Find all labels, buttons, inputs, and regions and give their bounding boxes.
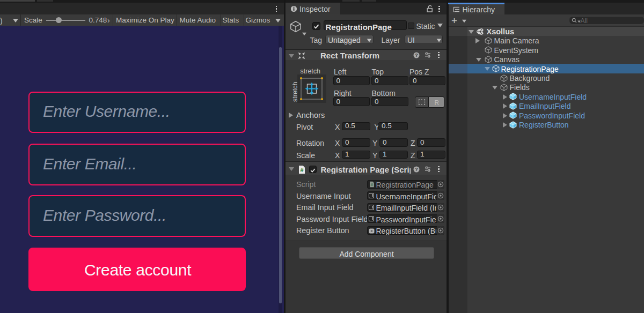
svg-text:?: ?: [415, 167, 418, 172]
svg-text:#: #: [300, 166, 303, 173]
svg-text:?: ?: [415, 53, 418, 58]
svg-text:#: #: [370, 182, 373, 187]
